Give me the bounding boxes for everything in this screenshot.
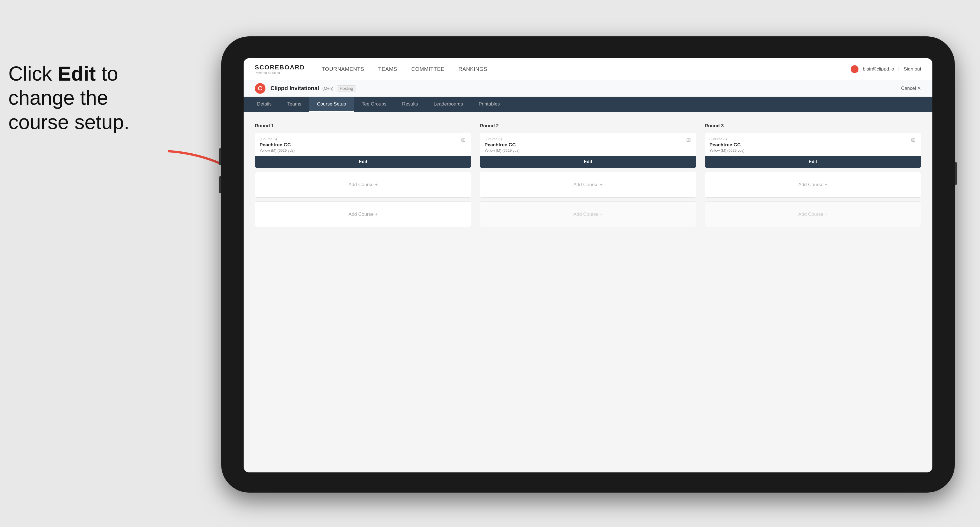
logo-title: SCOREBOARD <box>255 64 305 71</box>
round-2-course-details: Yellow (M) (6629 yds) <box>484 148 691 152</box>
round-3-title: Round 3 <box>705 123 921 129</box>
round-1-add-course-2[interactable]: Add Course + <box>255 202 471 227</box>
tablet-screen: SCOREBOARD Powered by clippd TOURNAMENTS… <box>243 58 932 472</box>
round-1-course-name: Peachtree GC <box>259 142 466 148</box>
round-1-column: Round 1 (Course A) Peachtree GC Yellow (… <box>255 123 471 231</box>
round-1-title: Round 1 <box>255 123 471 129</box>
tab-teams[interactable]: Teams <box>280 97 309 112</box>
tab-details[interactable]: Details <box>249 97 280 112</box>
round-3-course-header: (Course A) Peachtree GC Yellow (M) (6629… <box>705 133 921 156</box>
round-1-course-header: (Course A) Peachtree GC Yellow (M) (6629… <box>255 133 471 156</box>
round-2-add-course-label-2: Add Course + <box>573 211 603 217</box>
sub-header-logo: C <box>255 83 266 94</box>
round-2-delete-icon[interactable] <box>685 136 692 144</box>
round-1-edit-button[interactable]: Edit <box>255 156 471 168</box>
nav-links: TOURNAMENTS TEAMS COMMITTEE RANKINGS <box>322 66 851 72</box>
cancel-button[interactable]: Cancel ✕ <box>901 85 921 91</box>
round-1-delete-icon[interactable] <box>460 136 467 144</box>
nav-rankings[interactable]: RANKINGS <box>458 66 487 72</box>
nav-committee[interactable]: COMMITTEE <box>411 66 445 72</box>
round-3-add-course-1[interactable]: Add Course + <box>705 172 921 198</box>
nav-teams[interactable]: TEAMS <box>378 66 397 72</box>
hosting-badge: Hosting <box>337 85 356 92</box>
logo-area: SCOREBOARD Powered by clippd <box>255 64 305 75</box>
tab-leaderboards[interactable]: Leaderboards <box>426 97 471 112</box>
nav-right: blair@clippd.io | Sign out <box>851 65 921 73</box>
tab-bar: Details Teams Course Setup Tee Groups Re… <box>243 97 932 112</box>
instruction-bold: Edit <box>58 62 96 85</box>
round-1-course-details: Yellow (M) (6629 yds) <box>259 148 466 152</box>
round-3-add-course-label-1: Add Course + <box>798 182 827 187</box>
round-2-edit-button[interactable]: Edit <box>480 156 696 168</box>
tab-tee-groups[interactable]: Tee Groups <box>354 97 394 112</box>
round-2-column: Round 2 (Course A) Peachtree GC Yellow (… <box>480 123 696 231</box>
round-1-course-card: (Course A) Peachtree GC Yellow (M) (6629… <box>255 133 471 168</box>
gender-badge: (Men) <box>322 86 333 90</box>
sub-header: C Clippd Invitational (Men) Hosting Canc… <box>243 80 932 97</box>
main-content: Round 1 (Course A) Peachtree GC Yellow (… <box>243 112 932 456</box>
round-2-add-course-1[interactable]: Add Course + <box>480 172 696 198</box>
round-1-course-label: (Course A) <box>259 137 466 141</box>
sign-out-link[interactable]: Sign out <box>904 66 921 72</box>
round-3-add-course-label-2: Add Course + <box>798 211 827 217</box>
round-3-edit-button[interactable]: Edit <box>705 156 921 168</box>
user-email: blair@clippd.io <box>863 66 894 72</box>
round-3-delete-icon[interactable] <box>910 136 917 144</box>
tab-course-setup[interactable]: Course Setup <box>309 97 354 112</box>
round-2-title: Round 2 <box>480 123 696 129</box>
round-3-course-card: (Course A) Peachtree GC Yellow (M) (6629… <box>705 133 921 168</box>
round-1-add-course-1[interactable]: Add Course + <box>255 172 471 198</box>
round-2-course-header: (Course A) Peachtree GC Yellow (M) (6629… <box>480 133 696 156</box>
round-1-add-course-label-1: Add Course + <box>348 182 377 187</box>
nav-separator: | <box>898 66 899 72</box>
tab-results[interactable]: Results <box>394 97 426 112</box>
logo-subtitle: Powered by clippd <box>255 71 305 75</box>
nav-tournaments[interactable]: TOURNAMENTS <box>322 66 364 72</box>
tab-printables[interactable]: Printables <box>471 97 508 112</box>
instruction-text: Click Edit to change the course setup. <box>8 62 171 134</box>
round-2-course-name: Peachtree GC <box>484 142 691 148</box>
user-avatar <box>851 65 859 73</box>
round-3-course-label: (Course A) <box>710 137 916 141</box>
round-1-add-course-label-2: Add Course + <box>348 211 377 217</box>
round-3-column: Round 3 (Course A) Peachtree GC Yellow (… <box>705 123 921 231</box>
instruction-prefix: Click <box>8 62 58 85</box>
round-2-add-course-2: Add Course + <box>480 202 696 227</box>
round-3-course-name: Peachtree GC <box>710 142 916 148</box>
round-2-course-label: (Course A) <box>484 137 691 141</box>
rounds-grid: Round 1 (Course A) Peachtree GC Yellow (… <box>255 123 921 231</box>
round-2-add-course-label-1: Add Course + <box>573 182 603 187</box>
round-3-add-course-2: Add Course + <box>705 202 921 227</box>
top-nav: SCOREBOARD Powered by clippd TOURNAMENTS… <box>243 58 932 80</box>
round-3-course-details: Yellow (M) (6629 yds) <box>710 148 916 152</box>
round-2-course-card: (Course A) Peachtree GC Yellow (M) (6629… <box>480 133 696 168</box>
sub-header-title: Clippd Invitational <box>270 85 319 92</box>
